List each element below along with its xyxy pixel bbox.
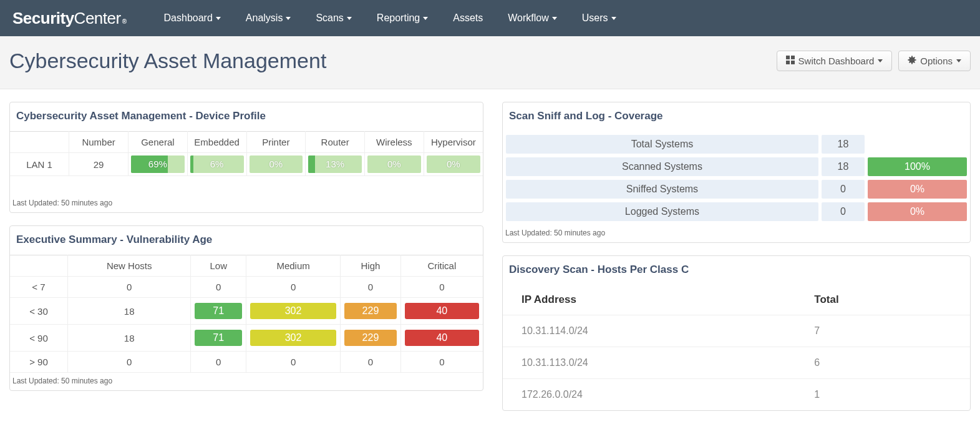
table-row[interactable]: 10.31.113.0/246	[503, 347, 970, 379]
severity-pill[interactable]: 40	[405, 330, 479, 346]
nav-label: Analysis	[246, 12, 283, 24]
bar-label: 13%	[308, 155, 362, 173]
nav-item-dashboard[interactable]: Dashboard	[164, 12, 221, 24]
cell: 40	[400, 298, 483, 325]
nav-item-analysis[interactable]: Analysis	[246, 12, 291, 24]
nav-item-users[interactable]: Users	[582, 12, 616, 24]
table-row: Total Systems18	[506, 135, 967, 154]
ip-cell: 172.26.0.0/24	[503, 379, 795, 411]
nav-label: Workflow	[508, 12, 549, 24]
severity-pill[interactable]: 71	[195, 303, 242, 319]
ip-cell: 10.31.113.0/24	[503, 347, 795, 379]
bar-cell[interactable]: 6%	[187, 153, 246, 176]
panel-title: Discovery Scan - Hosts Per Class C	[503, 256, 970, 285]
bar-label: 69%	[131, 155, 185, 173]
svg-rect-2	[786, 61, 790, 64]
cell: 0	[246, 277, 341, 298]
panel-title: Scan Sniff and Log - Coverage	[503, 102, 970, 131]
severity-pill[interactable]: 302	[250, 303, 336, 319]
vuln-age-table: New HostsLowMediumHighCritical < 700000<…	[10, 255, 483, 373]
nav-label: Reporting	[377, 12, 420, 24]
top-nav: SecurityCenter® DashboardAnalysisScansRe…	[0, 0, 980, 36]
switch-dashboard-button[interactable]: Switch Dashboard	[777, 51, 893, 71]
total-cell: 6	[795, 347, 970, 379]
panel-discovery: Discovery Scan - Hosts Per Class C IP Ad…	[502, 255, 971, 411]
chevron-down-icon	[956, 59, 961, 62]
nav-label: Scans	[316, 12, 343, 24]
row-label: < 7	[10, 277, 67, 298]
column-header: Total	[795, 285, 970, 315]
cell: 302	[246, 325, 341, 352]
table-row: < 700000	[10, 277, 483, 298]
column-right: Scan Sniff and Log - Coverage Total Syst…	[502, 102, 971, 423]
hosts-cell: 18	[67, 325, 191, 352]
coverage-pct: 0%	[868, 202, 967, 221]
severity-pill[interactable]: 71	[195, 330, 242, 346]
bar-bg: 13%	[308, 155, 362, 173]
svg-rect-0	[786, 56, 790, 59]
table-row: < 90187130222940	[10, 325, 483, 352]
coverage-pct: 100%	[868, 157, 967, 176]
page-title: Cybersecurity Asset Management	[9, 49, 777, 73]
coverage-count: 0	[822, 202, 865, 221]
brand-part1: Security	[12, 9, 74, 28]
bar-cell[interactable]: 0%	[424, 153, 483, 176]
coverage-count: 18	[822, 157, 865, 176]
nav-item-reporting[interactable]: Reporting	[377, 12, 428, 24]
options-button[interactable]: Options	[898, 51, 971, 71]
content: Cybersecurity Asset Management - Device …	[0, 89, 980, 436]
chevron-down-icon	[347, 17, 352, 20]
panel-updated: Last Updated: 50 minutes ago	[10, 373, 483, 390]
column-header	[10, 132, 69, 153]
column-header: Number	[69, 132, 129, 153]
column-header: Printer	[246, 132, 306, 153]
nav-item-assets[interactable]: Assets	[453, 12, 483, 24]
table-row: > 9000000	[10, 352, 483, 373]
severity-pill[interactable]: 229	[344, 303, 397, 319]
device-profile-table: NumberGeneralEmbeddedPrinterRouterWirele…	[10, 131, 483, 176]
svg-rect-1	[791, 56, 795, 59]
cell: 0	[341, 352, 401, 373]
cell: 0	[191, 277, 246, 298]
nav-item-workflow[interactable]: Workflow	[508, 12, 557, 24]
brand-part2: Center	[74, 9, 121, 28]
bar-cell[interactable]: 0%	[246, 153, 306, 176]
bar-bg: 0%	[427, 155, 480, 173]
table-row[interactable]: 10.31.114.0/247	[503, 315, 970, 347]
bar-cell[interactable]: 69%	[129, 153, 188, 176]
column-header: Embedded	[187, 132, 246, 153]
hosts-cell: 0	[67, 277, 191, 298]
cell: 0	[246, 352, 341, 373]
panel-coverage: Scan Sniff and Log - Coverage Total Syst…	[502, 102, 971, 243]
bar-bg: 0%	[367, 155, 421, 173]
bar-label: 0%	[250, 155, 303, 173]
cell: 40	[400, 325, 483, 352]
cell: 0	[400, 352, 483, 373]
bar-label: 6%	[190, 155, 244, 173]
panel-vuln-age: Executive Summary - Vulnerability Age Ne…	[9, 225, 483, 391]
total-cell: 1	[795, 379, 970, 411]
bar-bg: 0%	[250, 155, 303, 173]
number-cell: 29	[69, 153, 129, 176]
coverage-pct	[868, 135, 967, 154]
severity-pill[interactable]: 302	[250, 330, 336, 346]
title-bar: Cybersecurity Asset Management Switch Da…	[0, 36, 980, 89]
column-header: IP Address	[503, 285, 795, 315]
bar-bg: 69%	[131, 155, 185, 173]
coverage-label: Logged Systems	[506, 202, 818, 221]
bar-label: 0%	[367, 155, 421, 173]
cell: 302	[246, 298, 341, 325]
nav-item-scans[interactable]: Scans	[316, 12, 351, 24]
title-buttons: Switch Dashboard Options	[777, 51, 971, 71]
chevron-down-icon	[878, 59, 883, 62]
bar-cell[interactable]: 13%	[306, 153, 365, 176]
bar-cell[interactable]: 0%	[365, 153, 424, 176]
row-label: LAN 1	[10, 153, 69, 176]
coverage-pct: 0%	[868, 180, 967, 199]
severity-pill[interactable]: 229	[344, 330, 397, 346]
cell: 0	[400, 277, 483, 298]
severity-pill[interactable]: 40	[405, 303, 479, 319]
cell: 229	[341, 298, 401, 325]
table-row[interactable]: 172.26.0.0/241	[503, 379, 970, 411]
coverage-label: Total Systems	[506, 135, 818, 154]
